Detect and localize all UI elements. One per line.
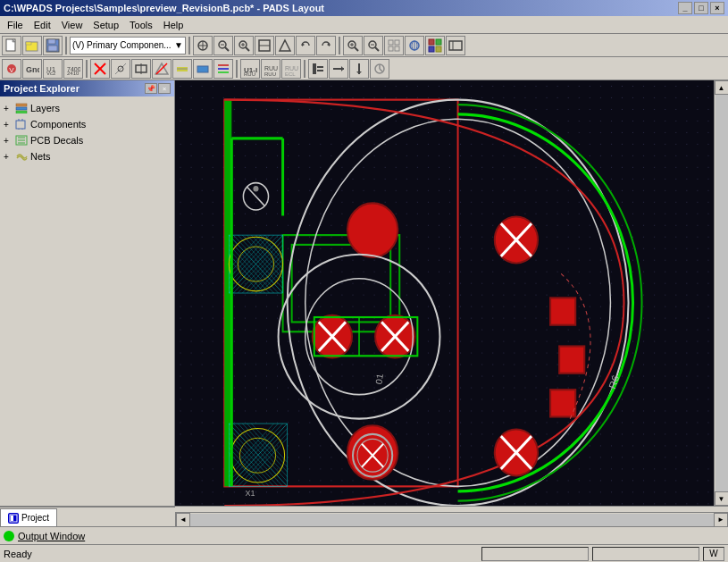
svg-text:ECL: ECL [285, 71, 296, 76]
pcb-canvas-area[interactable]: 01 R6 X1 [175, 80, 714, 506]
expand-nets[interactable]: + [4, 152, 14, 162]
scroll-down-button[interactable]: ▼ [715, 491, 729, 506]
svg-text:Vc2: Vc2 [46, 71, 56, 76]
redo-button[interactable] [316, 36, 336, 55]
pe-pin-button[interactable]: 📌 [145, 83, 157, 94]
tb2-btn-1[interactable]: V [2, 59, 21, 79]
tb-btn-16[interactable] [446, 36, 465, 55]
scroll-right-button[interactable]: ► [714, 513, 728, 527]
sep2-2 [236, 60, 238, 78]
tb2-btn-2[interactable]: Gnd [22, 59, 42, 79]
svg-rect-38 [429, 46, 434, 52]
tb-btn-5[interactable] [234, 36, 254, 55]
menu-file[interactable]: File [2, 18, 29, 32]
svg-line-23 [355, 47, 358, 51]
menu-setup[interactable]: Setup [88, 18, 124, 32]
tb2-btn-8[interactable] [152, 59, 172, 79]
svg-line-14 [246, 47, 249, 51]
tb2-btn-14[interactable]: RUUECL [281, 59, 301, 79]
svg-rect-39 [436, 46, 441, 52]
tb2-btn-4[interactable]: 74002410 [63, 59, 83, 79]
menu-help[interactable]: Help [158, 18, 189, 32]
nets-label: Nets [30, 151, 51, 162]
title-text: C:\WPADS Projects\Samples\preview_Revisi… [4, 3, 324, 13]
tb-btn-4[interactable] [213, 36, 233, 55]
svg-text:X1: X1 [245, 488, 255, 498]
tb-btn-3[interactable] [193, 36, 213, 55]
tb2-btn-13[interactable]: RUURUU [261, 59, 280, 79]
layers-icon [14, 102, 29, 114]
svg-text:Gnd: Gnd [26, 65, 39, 74]
project-tab-label: Project [21, 513, 49, 523]
pe-controls[interactable]: 📌 × [145, 83, 171, 94]
tb2-btn-18[interactable] [370, 59, 389, 79]
tb2-btn-16[interactable] [329, 59, 348, 79]
zoom-in-button[interactable] [343, 36, 363, 55]
sep2-1 [86, 60, 88, 78]
expand-components[interactable]: + [4, 120, 14, 130]
svg-rect-187 [11, 516, 13, 521]
svg-rect-5 [48, 39, 55, 44]
primary-component-dropdown[interactable]: (V) Primary Componen... ▼ [70, 37, 186, 55]
close-button[interactable]: × [710, 2, 724, 14]
tb2-btn-15[interactable] [308, 59, 328, 79]
pe-close-button[interactable]: × [158, 83, 171, 94]
menu-edit[interactable]: Edit [29, 18, 56, 32]
open-button[interactable] [22, 36, 42, 55]
svg-rect-171 [559, 347, 584, 373]
tb2-btn-17[interactable] [349, 59, 369, 79]
svg-rect-170 [550, 298, 575, 324]
undo-button[interactable] [296, 36, 315, 55]
output-window-bar: Output Window [0, 526, 728, 544]
maximize-button[interactable]: □ [694, 2, 708, 14]
svg-rect-79 [16, 104, 27, 106]
tb2-btn-11[interactable] [213, 59, 233, 79]
tree-item-nets[interactable]: + Nets [4, 148, 171, 164]
svg-text:V: V [9, 66, 14, 74]
output-indicator [4, 531, 14, 541]
tb2-btn-7[interactable] [131, 59, 151, 79]
window-controls[interactable]: _ □ × [678, 2, 724, 14]
tb2-btn-10[interactable] [193, 59, 213, 79]
horizontal-scrollbar[interactable]: ◄ ► [175, 512, 728, 526]
minimize-button[interactable]: _ [678, 2, 692, 14]
tb2-btn-5[interactable] [90, 59, 110, 79]
tree-item-components[interactable]: + Components [4, 116, 171, 132]
scroll-up-button[interactable]: ▲ [715, 80, 729, 95]
tb2-btn-12[interactable]: U1-hRUU [240, 59, 260, 79]
toolbar-1: (V) Primary Componen... ▼ [0, 34, 728, 57]
vertical-scrollbar[interactable]: ▲ ▼ [714, 80, 728, 506]
menu-tools[interactable]: Tools [124, 18, 158, 32]
status-text: Ready [4, 549, 478, 559]
tb2-btn-6[interactable] [111, 59, 130, 79]
components-label: Components [30, 119, 86, 130]
scroll-track-vertical[interactable] [715, 95, 728, 491]
project-tab-icon [8, 513, 19, 524]
pcb-decals-icon [14, 134, 29, 147]
svg-marker-73 [341, 66, 344, 71]
tb2-btn-9[interactable] [172, 59, 192, 79]
expand-layers[interactable]: + [4, 104, 14, 113]
svg-rect-40 [449, 41, 462, 50]
svg-rect-81 [16, 111, 27, 113]
project-tab[interactable]: Project [0, 508, 57, 526]
output-window-label[interactable]: Output Window [18, 531, 85, 541]
tb2-btn-3[interactable]: U1Vc2 [43, 59, 63, 79]
tb-btn-14[interactable] [405, 36, 424, 55]
tree-item-layers[interactable]: + Layers [4, 100, 171, 116]
svg-rect-71 [317, 70, 323, 71]
scroll-track-horizontal[interactable] [190, 514, 714, 526]
tb-btn-7[interactable] [275, 36, 295, 55]
scroll-left-button[interactable]: ◄ [176, 513, 190, 527]
save-button[interactable] [43, 36, 63, 55]
tree-item-pcb-decals[interactable]: + PCB Decals [4, 132, 171, 148]
separator-2 [188, 37, 190, 55]
tb-btn-13[interactable] [384, 36, 404, 55]
tb-btn-6[interactable] [255, 36, 274, 55]
status-coord-x [481, 547, 589, 561]
expand-pcb-decals[interactable]: + [4, 136, 14, 146]
menu-view[interactable]: View [56, 18, 88, 32]
zoom-out-button[interactable] [364, 36, 383, 55]
new-button[interactable] [2, 36, 21, 55]
tb-btn-15[interactable] [425, 36, 445, 55]
